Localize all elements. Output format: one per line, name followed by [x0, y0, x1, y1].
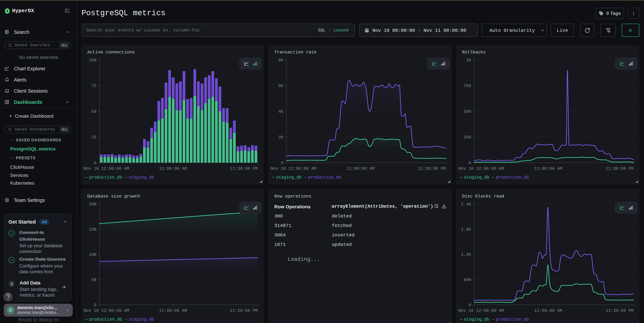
- svg-text:500: 500: [464, 109, 471, 114]
- svg-text:0: 0: [94, 161, 96, 166]
- svg-text:11:30:00 PM: 11:30:00 PM: [418, 166, 446, 171]
- svg-text:11:30:00 PM: 11:30:00 PM: [606, 166, 634, 171]
- svg-text:11:30:00 PM: 11:30:00 PM: [230, 166, 258, 171]
- svg-text:11:30:00 PM: 11:30:00 PM: [230, 308, 258, 313]
- svg-text:11:00:00 AM: 11:00:00 AM: [159, 166, 187, 171]
- svg-text:0: 0: [468, 303, 471, 308]
- svg-text:Nov 10 12:00:00 AM: Nov 10 12:00:00 AM: [270, 166, 316, 171]
- svg-text:100: 100: [89, 58, 96, 63]
- svg-text:Nov 10 12:00:00 AM: Nov 10 12:00:00 AM: [458, 166, 504, 171]
- svg-text:1.8K: 1.8K: [461, 227, 471, 232]
- svg-text:1.2K: 1.2K: [461, 252, 471, 257]
- svg-text:15B: 15B: [89, 227, 96, 232]
- svg-text:2K: 2K: [278, 135, 284, 140]
- svg-text:Nov 10 12:00:00 AM: Nov 10 12:00:00 AM: [84, 308, 129, 313]
- svg-text:6K: 6K: [278, 84, 284, 88]
- svg-text:50: 50: [91, 109, 96, 114]
- svg-text:11:00:00 AM: 11:00:00 AM: [159, 308, 187, 313]
- svg-text:5B: 5B: [91, 278, 96, 282]
- svg-text:Nov 10 12:00:00 AM: Nov 10 12:00:00 AM: [84, 166, 129, 171]
- svg-text:8K: 8K: [278, 58, 284, 63]
- svg-text:250: 250: [464, 135, 471, 140]
- svg-text:75: 75: [91, 84, 96, 88]
- svg-text:600: 600: [464, 278, 471, 282]
- svg-text:0: 0: [94, 303, 96, 308]
- svg-text:10B: 10B: [89, 252, 96, 257]
- svg-text:11:00:00 AM: 11:00:00 AM: [346, 166, 374, 171]
- svg-text:Nov 10 12:00:00 AM: Nov 10 12:00:00 AM: [458, 308, 504, 313]
- svg-text:11:30:00 PM: 11:30:00 PM: [606, 308, 634, 313]
- svg-text:11:00:00 AM: 11:00:00 AM: [534, 166, 562, 171]
- svg-text:1K: 1K: [466, 58, 471, 63]
- svg-text:20B: 20B: [89, 202, 96, 207]
- svg-text:11:00:00 AM: 11:00:00 AM: [534, 308, 562, 313]
- svg-text:25: 25: [91, 135, 96, 140]
- svg-text:2.4K: 2.4K: [461, 202, 471, 207]
- svg-text:4K: 4K: [278, 109, 284, 114]
- svg-text:0: 0: [468, 161, 471, 166]
- svg-text:0: 0: [281, 161, 284, 166]
- svg-text:750: 750: [464, 84, 471, 88]
